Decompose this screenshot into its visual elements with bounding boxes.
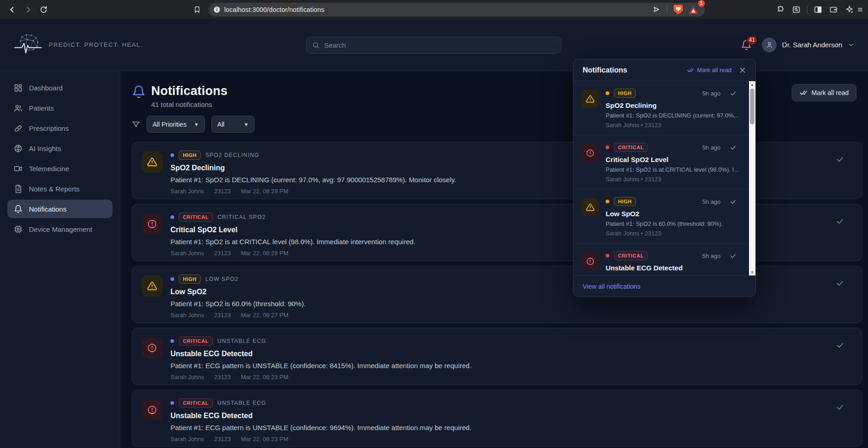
severity-icon <box>581 90 599 108</box>
severity-icon <box>142 337 163 358</box>
dropdown-notification-item[interactable]: HIGH 5h ago SpO2 Declining Patient #1: S… <box>573 81 755 135</box>
dropdown-mark-all-read-button[interactable]: Mark all read <box>687 67 732 74</box>
notification-card[interactable]: CRITICAL UNSTABLE ECG Unstable ECG Detec… <box>132 390 862 447</box>
mark-read-check-button[interactable] <box>836 155 844 163</box>
mark-read-check-button[interactable] <box>836 217 844 225</box>
dropdown-notification-item[interactable]: CRITICAL 5h ago Unstable ECG Detected Pa… <box>573 244 755 275</box>
sidebar-item-notes-reports[interactable]: Notes & Reports <box>7 179 113 198</box>
sidebar-item-ai-insights[interactable]: AI Insights <box>7 139 113 157</box>
search-icon <box>312 41 319 49</box>
user-menu[interactable]: Dr. Sarah Anderson <box>762 38 854 52</box>
notification-card[interactable]: CRITICAL UNSTABLE ECG Unstable ECG Detec… <box>132 328 862 385</box>
sidebar-item-device-management[interactable]: Device Management <box>7 220 113 238</box>
dropdown-close-button[interactable] <box>739 67 746 74</box>
site-info-icon[interactable] <box>213 6 221 13</box>
mark-read-check-button[interactable] <box>730 144 737 151</box>
type-filter-value: All <box>217 121 225 128</box>
bookmark-icon[interactable] <box>189 3 205 17</box>
dropdown-scrollbar[interactable]: ▲ ▼ <box>749 81 755 275</box>
priority-filter-select[interactable]: All Priorities ▼ <box>147 116 205 133</box>
extensions-icon[interactable] <box>773 3 789 17</box>
notification-meta: Sarah Johns • 23123 <box>606 176 737 183</box>
notification-title: SpO2 Declining <box>170 164 456 172</box>
notification-time: Mar 22, 08:28 PM <box>241 250 288 257</box>
mark-all-read-button[interactable]: Mark all read <box>792 84 857 101</box>
severity-icon <box>581 144 599 162</box>
reload-icon[interactable] <box>36 3 51 17</box>
address-bar[interactable]: localhost:3000/doctor/notifications 1 <box>209 3 705 17</box>
notification-type: UNSTABLE ECG <box>217 338 266 344</box>
forward-icon[interactable] <box>20 3 36 17</box>
priority-badge: HIGH <box>179 274 201 284</box>
notification-type: SPO2 DECLINING <box>205 152 260 158</box>
mark-read-check-button[interactable] <box>836 341 844 349</box>
sidebar-item-prescriptions[interactable]: Prescriptions <box>7 119 113 137</box>
scrollbar-thumb[interactable] <box>750 89 755 124</box>
check-icon <box>836 279 844 287</box>
severity-icon <box>142 213 163 235</box>
scroll-down-arrow[interactable]: ▼ <box>749 269 755 275</box>
sidebar-item-label: Patients <box>29 104 54 112</box>
notification-meta: Sarah Johns • 23123 <box>606 230 737 237</box>
notification-body: Patient #1: ECG pattern is UNSTABLE (con… <box>606 274 739 275</box>
brave-shield-icon[interactable] <box>672 3 685 17</box>
notifications-bell-button[interactable]: 41 <box>741 39 752 50</box>
unread-dot <box>170 401 174 405</box>
sidebar-item-label: Prescriptions <box>29 124 69 132</box>
notifications-dropdown: Notifications Mark all read HIGH 5h ago <box>573 59 756 297</box>
scroll-up-arrow[interactable]: ▲ <box>749 81 755 88</box>
notification-time: Mar 22, 08:23 PM <box>241 374 288 381</box>
alert-circle-icon <box>586 257 595 266</box>
notification-time: Mar 22, 08:23 PM <box>241 436 288 442</box>
notification-body: Patient #1: SpO2 is 60.0% (threshold: 90… <box>170 300 306 308</box>
back-icon[interactable] <box>5 3 20 17</box>
unread-dot <box>606 254 609 258</box>
notification-author: Sarah Johns <box>170 250 204 257</box>
double-check-icon <box>687 67 694 74</box>
notification-author: Sarah Johns <box>170 436 204 442</box>
mark-read-check-button[interactable] <box>836 403 844 411</box>
notification-patient-id: 23123 <box>214 436 231 442</box>
notification-patient-id: 23123 <box>214 188 231 195</box>
check-icon <box>730 90 737 97</box>
search-input[interactable] <box>324 41 556 49</box>
close-icon <box>739 67 746 74</box>
share-icon[interactable] <box>650 3 662 17</box>
mark-read-check-button[interactable] <box>730 90 737 97</box>
leo-ai-icon[interactable] <box>841 3 857 17</box>
user-name: Dr. Sarah Anderson <box>782 41 842 49</box>
notification-time: 5h ago <box>702 144 720 151</box>
view-all-notifications-link[interactable]: View all notifications <box>583 283 641 290</box>
menu-icon[interactable] <box>857 3 863 17</box>
dropdown-title: Notifications <box>583 66 627 74</box>
sidebar: Dashboard Patients Prescriptions AI Insi… <box>0 71 120 448</box>
notification-title: Unstable ECG Detected <box>170 412 471 420</box>
wallet-icon[interactable] <box>826 3 841 17</box>
page-bell-icon <box>132 85 146 99</box>
toolbar-separator <box>667 6 667 14</box>
mark-read-check-button[interactable] <box>836 279 844 287</box>
brain-icon <box>14 144 23 153</box>
brave-rewards-icon[interactable]: 1 <box>686 3 700 17</box>
notification-patient-id: 23123 <box>214 250 231 257</box>
sidebar-item-label: Telemedicine <box>29 165 69 173</box>
mark-read-check-button[interactable] <box>730 198 737 205</box>
search-tabs-icon[interactable] <box>789 3 804 17</box>
sidebar-item-notifications[interactable]: Notifications <box>7 200 113 218</box>
type-filter-select[interactable]: All ▼ <box>211 116 255 133</box>
sidebar-item-dashboard[interactable]: Dashboard <box>7 78 113 97</box>
notification-title: Critical SpO2 Level <box>606 156 737 163</box>
sidebar-toggle-icon[interactable] <box>810 3 826 17</box>
dropdown-notification-item[interactable]: HIGH 5h ago Low SpO2 Patient #1: SpO2 is… <box>573 190 755 244</box>
severity-icon <box>142 275 163 297</box>
brain-logo-icon <box>14 31 42 59</box>
check-icon <box>836 403 844 411</box>
sidebar-item-patients[interactable]: Patients <box>7 99 113 117</box>
mark-read-check-button[interactable] <box>730 252 737 259</box>
alert-circle-icon <box>147 343 157 353</box>
unread-dot <box>170 215 174 219</box>
priority-badge: HIGH <box>614 89 636 98</box>
chevron-down-icon <box>848 42 854 48</box>
sidebar-item-telemedicine[interactable]: Telemedicine <box>7 159 113 178</box>
dropdown-notification-item[interactable]: CRITICAL 5h ago Critical SpO2 Level Pati… <box>573 135 755 190</box>
